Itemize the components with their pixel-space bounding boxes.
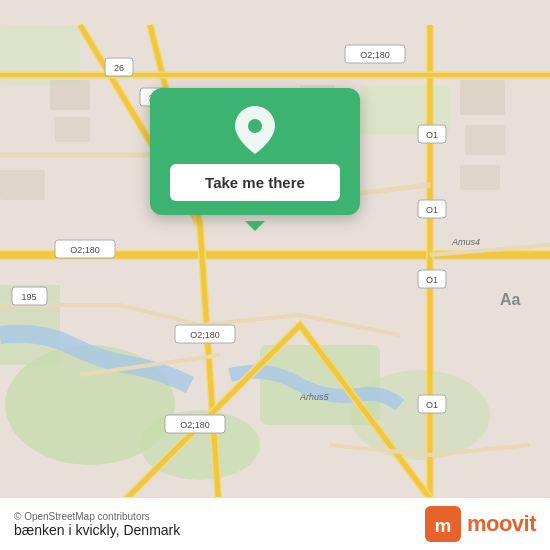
moovit-brand-text: moovit	[467, 511, 536, 537]
location-pin-icon	[235, 106, 275, 154]
svg-text:Arhus5: Arhus5	[299, 392, 330, 402]
svg-text:O1: O1	[426, 400, 438, 410]
map-container: O2;180 O2;180 O2;180 O2;180 O2;180 26 26…	[0, 0, 550, 550]
bottom-bar: © OpenStreetMap contributors bænken i kv…	[0, 497, 550, 550]
svg-text:O2;180: O2;180	[70, 245, 100, 255]
svg-rect-37	[460, 80, 505, 115]
map-background: O2;180 O2;180 O2;180 O2;180 O2;180 26 26…	[0, 0, 550, 550]
svg-rect-40	[0, 170, 45, 200]
moovit-brand-icon: m	[425, 506, 461, 542]
bottom-left: © OpenStreetMap contributors bænken i kv…	[14, 511, 180, 538]
svg-text:O1: O1	[426, 205, 438, 215]
svg-text:O1: O1	[426, 130, 438, 140]
place-name: bænken i kvickly, Denmark	[14, 522, 180, 538]
svg-text:195: 195	[21, 292, 36, 302]
svg-text:m: m	[434, 515, 451, 536]
moovit-logo: m moovit	[425, 506, 536, 542]
svg-text:O2;180: O2;180	[180, 420, 210, 430]
location-popup: Take me there	[150, 88, 360, 215]
svg-point-42	[248, 119, 262, 133]
svg-rect-36	[55, 117, 90, 142]
svg-text:O2;180: O2;180	[190, 330, 220, 340]
svg-text:Aa: Aa	[500, 291, 521, 308]
svg-text:Amus4: Amus4	[451, 237, 480, 247]
svg-text:O1: O1	[426, 275, 438, 285]
svg-text:O2;180: O2;180	[360, 50, 390, 60]
svg-text:26: 26	[114, 63, 124, 73]
location-icon-wrapper	[231, 106, 279, 154]
svg-rect-39	[460, 165, 500, 190]
osm-credit: © OpenStreetMap contributors	[14, 511, 180, 522]
svg-rect-38	[465, 125, 505, 155]
take-me-there-button[interactable]: Take me there	[170, 164, 340, 201]
svg-rect-35	[50, 80, 90, 110]
